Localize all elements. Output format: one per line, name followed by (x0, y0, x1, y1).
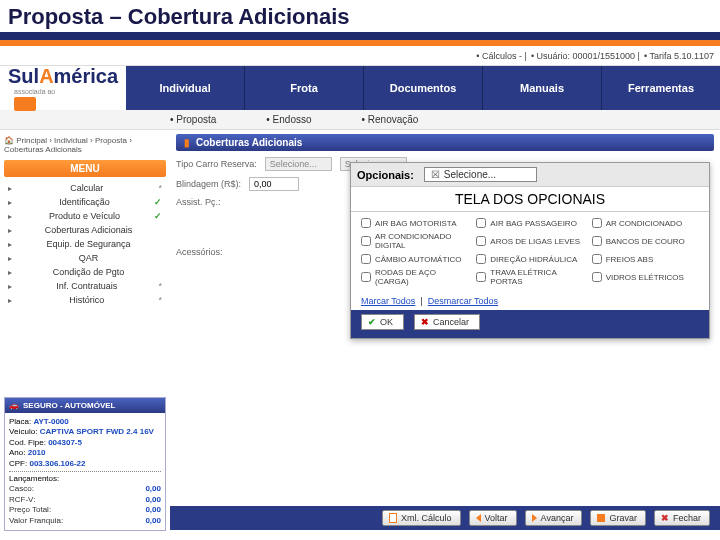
nav-individual[interactable]: Individual (126, 66, 245, 110)
option-item[interactable]: AIR BAG PASSAGEIRO (476, 218, 583, 228)
opcionais-select[interactable]: Selecione... (424, 167, 537, 182)
menu-item[interactable]: Inf. Contratuais* (4, 279, 166, 293)
menu-item[interactable]: QAR (4, 251, 166, 265)
close-icon: ✖ (661, 513, 669, 523)
save-icon (597, 514, 605, 522)
arrow-left-icon (476, 514, 481, 522)
label-tipo-carro: Tipo Carro Reserva: (176, 159, 257, 169)
opcionais-dialog: Opcionais: Selecione... TELA DOS OPCIONA… (350, 162, 710, 339)
status-calculos[interactable]: • Cálculos - | (476, 51, 527, 61)
option-checkbox[interactable] (361, 272, 371, 282)
option-item[interactable]: AIR BAG MOTORISTA (361, 218, 468, 228)
nav-documentos[interactable]: Documentos (364, 66, 483, 110)
btn-xml-calculo[interactable]: Xml. Cálculo (382, 510, 461, 526)
btn-voltar[interactable]: Voltar (469, 510, 517, 526)
opcionais-title: Opcionais: (357, 169, 414, 181)
input-blindagem[interactable] (249, 177, 299, 191)
section-header: Coberturas Adicionais (176, 134, 714, 151)
arrow-right-icon (532, 514, 537, 522)
option-item[interactable]: CÂMBIO AUTOMÁTICO (361, 254, 468, 264)
option-item[interactable]: RODAS DE AÇO (CARGA) (361, 268, 468, 286)
option-checkbox[interactable] (476, 272, 486, 282)
mark-links: Marcar Todos | Desmarcar Todos (351, 292, 709, 310)
vehicle-summary: 🚗 SEGURO - AUTOMÓVEL Placa: AYT-0000 Veí… (4, 397, 166, 531)
link-marcar-todos[interactable]: Marcar Todos (361, 296, 415, 306)
option-checkbox[interactable] (476, 236, 486, 246)
menu-item[interactable]: Histórico* (4, 293, 166, 307)
option-item[interactable]: DIREÇÃO HIDRÁULICA (476, 254, 583, 264)
brand-row: SulAmérica associada ao Individual Frota… (0, 66, 720, 110)
option-item[interactable]: BANCOS DE COURO (592, 232, 699, 250)
menu-item[interactable]: Equip. de Segurança (4, 237, 166, 251)
menu-item[interactable]: Produto e Veículo✓ (4, 209, 166, 223)
option-checkbox[interactable] (592, 254, 602, 264)
main-nav: Individual Frota Documentos Manuais Ferr… (126, 66, 720, 110)
btn-fechar[interactable]: ✖Fechar (654, 510, 710, 526)
nav-ferramentas[interactable]: Ferramentas (602, 66, 720, 110)
option-checkbox[interactable] (361, 236, 371, 246)
select-tipo-carro[interactable]: Selecione... (265, 157, 332, 171)
label-blindagem: Blindagem (R$): (176, 179, 241, 189)
content-area: Coberturas Adicionais Tipo Carro Reserva… (170, 130, 720, 530)
option-checkbox[interactable] (592, 218, 602, 228)
menu-header: MENU (4, 160, 166, 177)
nav-frota[interactable]: Frota (245, 66, 364, 110)
logo-text: SulAmérica (8, 65, 118, 87)
subnav-endosso[interactable]: Endosso (266, 114, 311, 125)
top-status-bar: • Cálculos - | • Usuário: 00001/1551000 … (0, 46, 720, 66)
vehicle-summary-header: 🚗 SEGURO - AUTOMÓVEL (5, 398, 165, 413)
status-tarifa: • Tarifa 5.10.1107 (644, 51, 714, 61)
option-item[interactable]: VIDROS ELÉTRICOS (592, 268, 699, 286)
menu-item[interactable]: Condição de Pgto (4, 265, 166, 279)
option-checkbox[interactable] (361, 218, 371, 228)
option-item[interactable]: AR CONDICIONADO (592, 218, 699, 228)
nav-manuais[interactable]: Manuais (483, 66, 602, 110)
logo-assoc: associada ao (14, 88, 118, 95)
cancel-button[interactable]: ✖Cancelar (414, 314, 480, 330)
menu-item[interactable]: Coberturas Adicionais (4, 223, 166, 237)
option-checkbox[interactable] (592, 272, 602, 282)
breadcrumb: 🏠 Principal › Individual › Proposta › Co… (4, 134, 166, 160)
sidebar: 🏠 Principal › Individual › Proposta › Co… (0, 130, 170, 530)
sub-nav: Proposta Endosso Renovação (0, 110, 720, 130)
option-item[interactable]: AROS DE LIGAS LEVES (476, 232, 583, 250)
footer-bar: Xml. Cálculo Voltar Avançar Gravar ✖Fech… (170, 506, 720, 530)
option-checkbox[interactable] (361, 254, 371, 264)
logo: SulAmérica associada ao (0, 65, 126, 111)
subnav-renovacao[interactable]: Renovação (362, 114, 419, 125)
option-checkbox[interactable] (592, 236, 602, 246)
doc-icon (389, 513, 397, 523)
label-assist: Assist. Pç.: (176, 197, 221, 207)
ok-button[interactable]: ✔OK (361, 314, 404, 330)
status-usuario: • Usuário: 00001/1551000 | (531, 51, 640, 61)
options-grid: AIR BAG MOTORISTAAIR BAG PASSAGEIROAR CO… (351, 212, 709, 292)
label-acessorios: Acessórios: (176, 247, 223, 257)
option-item[interactable]: AR CONDICIONADO DIGITAL (361, 232, 468, 250)
menu-item[interactable]: Identificação✓ (4, 195, 166, 209)
subnav-proposta[interactable]: Proposta (170, 114, 216, 125)
menu-list: Calcular*Identificação✓Produto e Veículo… (4, 181, 166, 307)
btn-gravar[interactable]: Gravar (590, 510, 646, 526)
annotation-label: TELA DOS OPCIONAIS (351, 186, 709, 212)
option-checkbox[interactable] (476, 254, 486, 264)
option-checkbox[interactable] (476, 218, 486, 228)
opcionais-header: Opcionais: Selecione... (351, 163, 709, 186)
slide-title: Proposta – Cobertura Adicionais (0, 0, 720, 40)
menu-item[interactable]: Calcular* (4, 181, 166, 195)
car-icon: 🚗 (9, 401, 19, 410)
ing-icon (14, 97, 36, 111)
link-desmarcar-todos[interactable]: Desmarcar Todos (428, 296, 498, 306)
btn-avancar[interactable]: Avançar (525, 510, 583, 526)
option-item[interactable]: FREIOS ABS (592, 254, 699, 264)
option-item[interactable]: TRAVA ELÉTRICA PORTAS (476, 268, 583, 286)
